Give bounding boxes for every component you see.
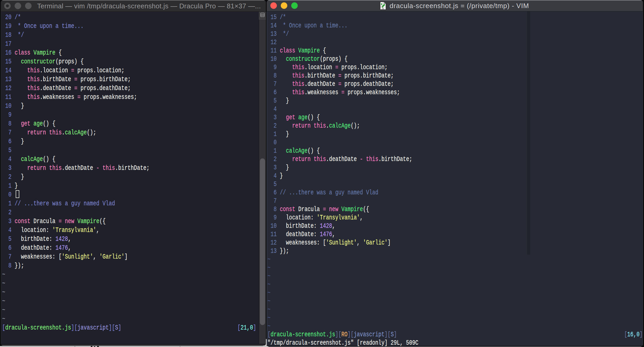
svg-text:JS: JS bbox=[381, 7, 384, 10]
